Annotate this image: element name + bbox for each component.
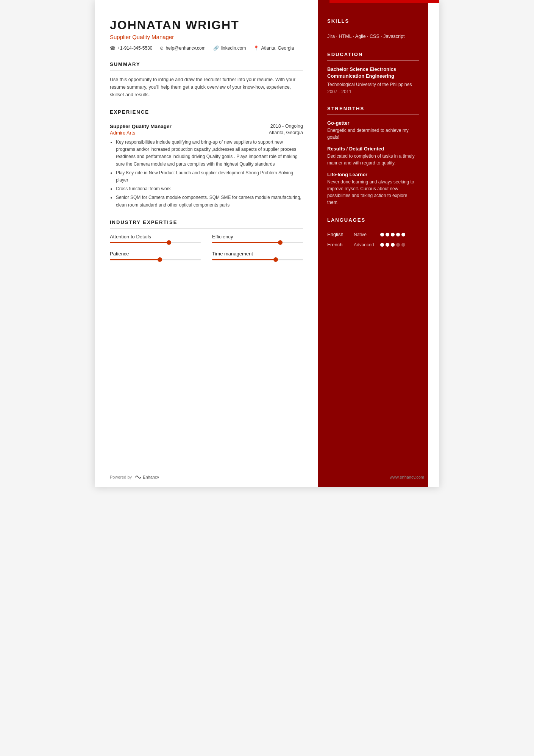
expertise-label-2: Patience (110, 251, 201, 257)
expertise-bar-fill-1 (212, 242, 280, 243)
lang-row-1: French Advanced (327, 242, 419, 247)
accent-bar (329, 0, 439, 3)
bullet-2: Play Key role in New Product Launch and … (116, 169, 303, 184)
lang-level-1: Advanced (354, 242, 380, 247)
expertise-label-0: Attention to Details (110, 234, 201, 239)
exp-role: Supplier Quality Manager (110, 124, 172, 129)
expertise-dot-2 (158, 257, 162, 262)
expertise-dot-3 (273, 257, 278, 262)
expertise-label-1: Efficiency (212, 234, 303, 239)
dot-1-5 (401, 243, 405, 247)
expertise-grid: Attention to Details Efficiency (110, 234, 303, 260)
expertise-item-2: Patience (110, 251, 201, 260)
dot-0-2 (386, 233, 389, 236)
languages-title: LANGUAGES (327, 217, 419, 226)
lang-name-0: English (327, 232, 354, 237)
expertise-label-3: Time management (212, 251, 303, 257)
bullet-3: Cross functional team work (116, 185, 303, 193)
languages-section: LANGUAGES English Native French Advanced (327, 217, 419, 247)
summary-title: SUMMARY (110, 61, 303, 70)
expertise-title: INDUSTRY EXPERTISE (110, 219, 303, 229)
strengths-section: STRENGTHS Go-getter Energetic and determ… (327, 106, 419, 206)
lang-row-0: English Native (327, 232, 419, 237)
experience-section: EXPERIENCE Supplier Quality Manager 2018… (110, 109, 303, 209)
logo-icon (135, 475, 142, 479)
education-section: EDUCATION Bachelor Science Electronics C… (327, 52, 419, 94)
strength-desc-0: Energetic and determined to achieve my g… (327, 127, 419, 141)
strength-1: Results / Detail Oriented Dedicated to c… (327, 146, 419, 166)
lang-dots-1 (380, 243, 405, 247)
strength-name-1: Results / Detail Oriented (327, 146, 419, 152)
phone-number: +1-914-345-5530 (117, 45, 152, 51)
strength-desc-1: Dedicated to completion of tasks in a ti… (327, 153, 419, 166)
summary-section: SUMMARY Use this opportunity to intrigue… (110, 61, 303, 99)
location-icon: 📍 (253, 45, 259, 51)
strength-name-0: Go-getter (327, 120, 419, 126)
exp-company-row: Admire Arts Atlanta, Georgia (110, 130, 303, 136)
expertise-bar-bg-3 (212, 259, 303, 260)
dot-1-1 (380, 243, 384, 247)
header: JOHNATAN WRIGHT Supplier Quality Manager… (110, 18, 303, 51)
exp-company: Admire Arts (110, 130, 135, 136)
edu-years: 2007 - 2011 (327, 89, 419, 94)
dot-0-4 (396, 233, 400, 236)
dot-0-3 (391, 233, 395, 236)
bullet-4: Senior SQM for Camera module components.… (116, 194, 303, 208)
expertise-bar-fill-2 (110, 259, 160, 260)
summary-text: Use this opportunity to intrigue and dra… (110, 76, 303, 99)
brand-name: Enhancv (143, 475, 159, 479)
full-name: JOHNATAN WRIGHT (110, 18, 303, 32)
dot-1-2 (386, 243, 389, 247)
footer-website: www.enhancv.com (390, 475, 424, 479)
dot-0-1 (380, 233, 384, 236)
phone-icon: ☎ (110, 45, 116, 51)
expertise-item-3: Time management (212, 251, 303, 260)
edu-school: Technological University of the Philippi… (327, 81, 419, 88)
bullet-1: Key responsibilities include qualifying … (116, 139, 303, 168)
expertise-dot-0 (167, 240, 171, 245)
expertise-item-0: Attention to Details (110, 234, 201, 243)
linkedin-url: linkedin.com (221, 45, 246, 51)
resume-page: JOHNATAN WRIGHT Supplier Quality Manager… (95, 0, 439, 487)
dot-0-5 (401, 233, 405, 236)
email-contact: ⊙ help@enhancv.com (160, 45, 205, 51)
skills-title: SKILLS (327, 18, 419, 27)
location-text: Atlanta, Georgia (261, 45, 294, 51)
exp-location: Atlanta, Georgia (269, 130, 303, 136)
lang-dots-0 (380, 233, 405, 236)
exp-bullets: Key responsibilities include qualifying … (116, 139, 303, 209)
strength-desc-2: Never done learning and always seeking t… (327, 178, 419, 206)
right-panel: SKILLS Jira · HTML · Agile · CSS · Javas… (318, 0, 428, 487)
expertise-bar-fill-3 (212, 259, 276, 260)
job-title: Supplier Quality Manager (110, 34, 303, 40)
experience-title: EXPERIENCE (110, 109, 303, 118)
skills-section: SKILLS Jira · HTML · Agile · CSS · Javas… (327, 18, 419, 40)
lang-level-0: Native (354, 232, 380, 237)
location-contact: 📍 Atlanta, Georgia (253, 45, 294, 51)
expertise-bar-bg-1 (212, 242, 303, 243)
left-panel: JOHNATAN WRIGHT Supplier Quality Manager… (95, 0, 318, 487)
phone-contact: ☎ +1-914-345-5530 (110, 45, 152, 51)
edu-degree: Bachelor Science Electronics Communicati… (327, 66, 419, 80)
dot-1-3 (391, 243, 395, 247)
lang-name-1: French (327, 242, 354, 247)
enhancv-logo: Enhancv (135, 475, 159, 479)
education-title: EDUCATION (327, 52, 419, 61)
exp-dates: 2018 - Ongoing (270, 124, 303, 129)
expertise-section: INDUSTRY EXPERTISE Attention to Details … (110, 219, 303, 260)
expertise-bar-bg-0 (110, 242, 201, 243)
footer: Powered by Enhancv www.enhancv.com (110, 475, 439, 479)
email-icon: ⊙ (160, 45, 164, 51)
expertise-item-1: Efficiency (212, 234, 303, 243)
linkedin-icon: 🔗 (213, 45, 219, 51)
dot-1-4 (396, 243, 400, 247)
email-address: help@enhancv.com (166, 45, 205, 51)
strength-0: Go-getter Energetic and determined to ac… (327, 120, 419, 141)
footer-left: Powered by Enhancv (110, 475, 159, 479)
strength-name-2: Life-long Learner (327, 172, 419, 177)
exp-header: Supplier Quality Manager 2018 - Ongoing (110, 124, 303, 129)
expertise-dot-1 (278, 240, 283, 245)
powered-by-text: Powered by (110, 475, 132, 479)
contact-row: ☎ +1-914-345-5530 ⊙ help@enhancv.com 🔗 l… (110, 45, 303, 51)
expertise-bar-bg-2 (110, 259, 201, 260)
